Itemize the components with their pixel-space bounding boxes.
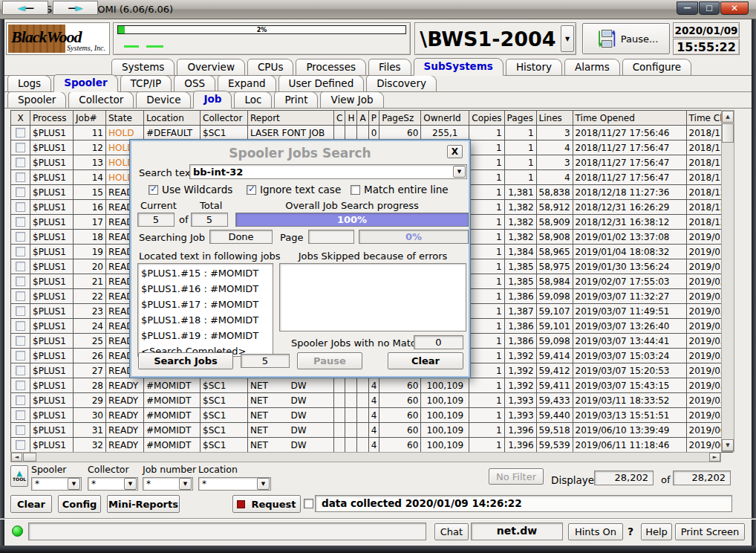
column-header-p[interactable]: P: [368, 111, 379, 126]
chevron-down-icon[interactable]: ▼: [257, 478, 270, 490]
mini-reports-button[interactable]: Mini-Reports: [107, 495, 180, 513]
main-tab[interactable]: Processes: [296, 59, 366, 75]
row-select-checkbox[interactable]: [16, 336, 25, 346]
main-tab[interactable]: Alarms: [564, 59, 620, 75]
main-tab[interactable]: SubSystems: [414, 58, 504, 76]
horizontal-scrollbar[interactable]: ◄ ►: [10, 452, 721, 462]
column-header-copies[interactable]: Copies: [469, 111, 504, 126]
column-header-pagesz[interactable]: PageSz: [379, 111, 421, 126]
subsystem-tab[interactable]: Logs: [7, 75, 51, 91]
pause-button[interactable]: Pause...: [582, 23, 670, 54]
request-button[interactable]: Request: [232, 495, 301, 513]
hints-toggle-button[interactable]: Hints On: [568, 523, 623, 540]
scroll-left-icon[interactable]: ◄: [11, 453, 22, 462]
search-text-combobox[interactable]: bb-int-32 ▼: [189, 164, 467, 179]
clear-button[interactable]: Clear: [10, 495, 52, 513]
spooler-tab[interactable]: Job: [193, 91, 232, 109]
subsystem-tab[interactable]: Spooler: [53, 74, 117, 92]
row-select-checkbox[interactable]: [16, 202, 25, 212]
column-header-collector[interactable]: Collector: [201, 111, 248, 126]
row-select-checkbox[interactable]: [16, 247, 25, 256]
spooler-tab[interactable]: View Job: [320, 91, 383, 108]
column-header-report[interactable]: Report: [248, 111, 334, 126]
chevron-down-icon[interactable]: ▼: [179, 478, 192, 490]
chevron-down-icon[interactable]: ▼: [124, 478, 137, 490]
checkbox-icon[interactable]: ✓: [351, 185, 360, 195]
located-job-item[interactable]: $PLUS1.#18 : #MOMIDT: [141, 312, 273, 328]
chevron-down-icon[interactable]: ▼: [453, 166, 466, 178]
main-tab[interactable]: Systems: [111, 59, 175, 75]
spooler-tab[interactable]: Collector: [68, 91, 134, 108]
row-select-checkbox[interactable]: [16, 351, 25, 360]
column-header-x[interactable]: X: [11, 111, 30, 126]
net-dw-field[interactable]: net.dw: [471, 523, 563, 540]
search-option[interactable]: ✓ Use Wildcards: [149, 184, 232, 195]
column-header-h[interactable]: H: [345, 111, 357, 126]
spooler-tab[interactable]: Spooler: [7, 91, 66, 108]
job-row[interactable]: $PLUS128READY#MOMIDT$SC1NET DW460100,109…: [11, 378, 733, 393]
scroll-up-icon[interactable]: ▲: [722, 111, 734, 123]
row-select-checkbox[interactable]: [16, 276, 25, 286]
row-select-checkbox[interactable]: [16, 262, 25, 271]
main-tab[interactable]: CPUs: [247, 59, 293, 75]
row-select-checkbox[interactable]: [16, 425, 25, 435]
column-header-time-opened[interactable]: Time Opened: [573, 111, 686, 126]
search-jobs-button[interactable]: Search Jobs: [138, 352, 233, 369]
main-tab[interactable]: Files: [368, 59, 411, 75]
config-button[interactable]: Config: [58, 495, 101, 513]
subsystem-tab[interactable]: OSS: [174, 75, 215, 91]
column-header-job-[interactable]: Job#: [74, 111, 106, 126]
subsystem-tab[interactable]: Discovery: [366, 75, 437, 91]
row-select-checkbox[interactable]: [16, 217, 25, 227]
filter-combobox[interactable]: * ▼: [198, 477, 271, 491]
minimize-button[interactable]: —: [677, 1, 698, 15]
job-row[interactable]: $PLUS130READY#MOMIDT$SC1NET DW460100,109…: [11, 408, 733, 423]
main-tab[interactable]: History: [506, 59, 562, 75]
column-header-a[interactable]: A: [357, 111, 368, 126]
subsystem-tab[interactable]: User Defined: [278, 75, 365, 91]
checkbox-icon[interactable]: ✓: [149, 185, 158, 195]
row-select-checkbox[interactable]: [16, 187, 25, 197]
print-screen-button[interactable]: Print Screen: [675, 523, 745, 540]
dialog-close-button[interactable]: X: [447, 145, 463, 158]
column-header-c[interactable]: C: [334, 111, 345, 126]
subsystem-tab[interactable]: Expand: [218, 75, 276, 91]
scroll-down-icon[interactable]: ▼: [722, 439, 734, 451]
column-header-ownerid[interactable]: OwnerId: [421, 111, 469, 126]
located-job-item[interactable]: $PLUS1.#17 : #MOMIDT: [141, 297, 273, 312]
filter-combobox[interactable]: * ▼: [88, 477, 138, 491]
maximize-button[interactable]: □: [699, 1, 720, 15]
system-selector[interactable]: \BWS1-2004 ▼: [414, 22, 576, 55]
job-row[interactable]: $PLUS129READY#MOMIDT$SC1NET DW460100,109…: [11, 393, 733, 408]
located-job-item[interactable]: $PLUS1.#16 : #MOMIDT: [141, 281, 273, 297]
tool-button[interactable]: ▲ TOOL: [10, 465, 28, 487]
scroll-right-icon[interactable]: ►: [709, 453, 720, 462]
spooler-tab[interactable]: Print: [274, 91, 318, 108]
vertical-scroll-thumb[interactable]: [722, 123, 734, 143]
close-button[interactable]: ✕: [720, 1, 749, 15]
column-header-state[interactable]: State: [106, 111, 144, 126]
main-tab[interactable]: Overview: [177, 59, 245, 75]
filter-combobox[interactable]: * ▼: [143, 477, 193, 491]
search-option[interactable]: ✓ Ignore text case: [247, 184, 341, 195]
request-checkbox[interactable]: ✓: [304, 499, 313, 508]
main-tab[interactable]: Configure: [622, 59, 691, 75]
column-header-pages[interactable]: Pages: [504, 111, 536, 126]
skipped-jobs-list[interactable]: [279, 263, 466, 332]
column-header-lines[interactable]: Lines: [536, 111, 573, 126]
filter-combobox[interactable]: * ▼: [31, 477, 82, 491]
nav-back-button[interactable]: ◄—: [2, 1, 48, 15]
column-header-process[interactable]: Process: [30, 111, 74, 126]
row-select-checkbox[interactable]: [16, 143, 25, 152]
row-select-checkbox[interactable]: [16, 158, 25, 167]
job-row[interactable]: $PLUS111HOLD#DEFAULT$SC1LASER FONT JOB06…: [11, 126, 733, 140]
column-header-location[interactable]: Location: [144, 111, 201, 126]
horizontal-scroll-thumb[interactable]: [23, 453, 36, 462]
row-select-checkbox[interactable]: [16, 306, 25, 316]
row-select-checkbox[interactable]: [16, 321, 25, 331]
job-row[interactable]: $PLUS131READY#MOMIDT$SC1NET DW460100,109…: [11, 423, 733, 438]
job-row[interactable]: $PLUS132READY#MOMIDT$SC1NET DW460100,109…: [11, 438, 733, 453]
row-select-checkbox[interactable]: [16, 128, 25, 138]
row-select-checkbox[interactable]: [16, 381, 25, 390]
row-select-checkbox[interactable]: [16, 395, 25, 405]
